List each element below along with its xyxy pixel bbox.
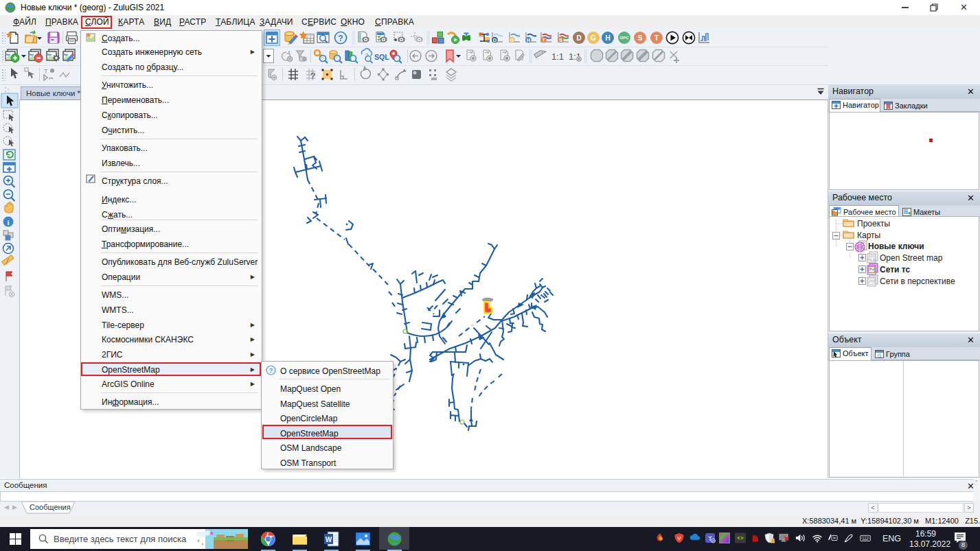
svg-text:TILE: TILE [867, 258, 876, 262]
svg-text:H: H [527, 37, 530, 43]
svg-text:S: S [638, 34, 643, 42]
svg-text:G: G [591, 34, 596, 42]
svg-text:1:1: 1:1 [551, 51, 564, 62]
svg-text:!: ! [773, 539, 773, 543]
svg-text:OPC: OPC [619, 36, 629, 40]
svg-text:SQL: SQL [374, 53, 389, 61]
svg-text:T: T [44, 68, 48, 75]
svg-text:G: G [877, 353, 881, 359]
svg-text:D: D [493, 37, 497, 43]
svg-text:i: i [7, 218, 9, 226]
svg-text:H: H [605, 34, 610, 42]
svg-text:D: D [576, 34, 581, 42]
svg-text:T: T [542, 37, 545, 43]
svg-text:G: G [510, 37, 514, 43]
svg-text:V: V [677, 535, 681, 541]
svg-text:T: T [654, 34, 659, 42]
svg-text:?: ? [310, 71, 315, 81]
svg-text:?: ? [338, 34, 343, 43]
svg-text:S: S [559, 37, 562, 43]
svg-text:W: W [326, 536, 332, 543]
